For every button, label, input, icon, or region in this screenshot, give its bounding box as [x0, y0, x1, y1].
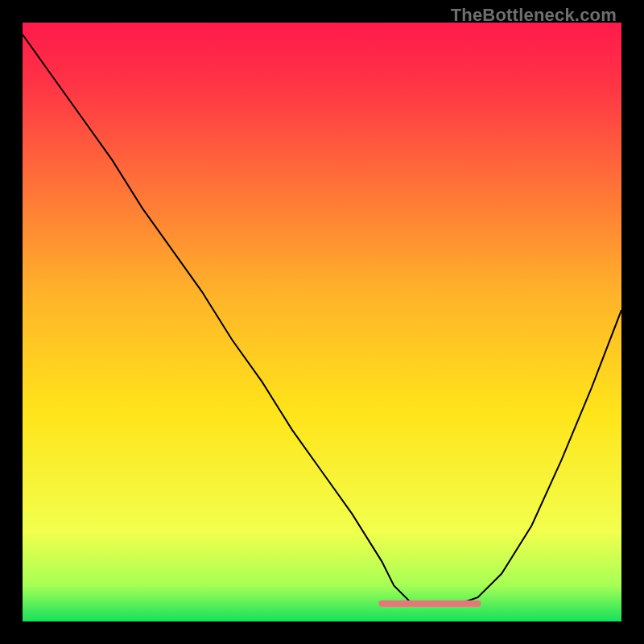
chart-svg: [23, 23, 621, 621]
chart-container: TheBottleneck.com: [0, 0, 644, 644]
plot-area: [23, 23, 621, 621]
gradient-background: [23, 23, 621, 621]
